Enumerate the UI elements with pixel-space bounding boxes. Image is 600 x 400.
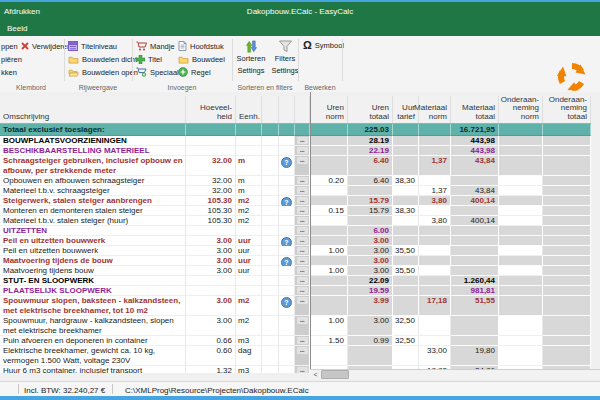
more-options-cell[interactable] [295, 124, 310, 136]
help-icon[interactable]: ? [281, 157, 292, 168]
hoofdstuk-button[interactable]: Hoofdstuk [178, 40, 224, 52]
help-icon[interactable]: ? [281, 257, 292, 266]
delete-x-icon [21, 42, 29, 50]
more-options-cell[interactable]: ... [295, 336, 310, 346]
onderaanneming-totaal-cell [543, 296, 591, 316]
more-options-cell[interactable]: ... [295, 286, 310, 296]
uur-tarief-cell [393, 276, 419, 286]
materiaal-totaal-cell: 443,98 [451, 146, 499, 156]
more-options-cell[interactable]: ... [295, 226, 310, 236]
more-options-cell[interactable]: ... [295, 276, 310, 286]
help-icon[interactable]: ? [281, 197, 292, 206]
pane-split-line[interactable] [310, 92, 311, 373]
table-row[interactable]: Steigerwerk, stalen steiger aanbrengen10… [0, 196, 591, 206]
more-options-cell[interactable]: ... [295, 146, 310, 156]
more-options-cell[interactable]: ... [295, 296, 310, 316]
materiaal-norm-cell [419, 246, 451, 256]
table-row[interactable]: Maatvoering tijdens bouw3.00uur...1.003.… [0, 266, 591, 276]
regel-button[interactable]: Regel [178, 66, 211, 78]
help-cell[interactable]: ? [279, 236, 295, 246]
table-row[interactable]: Maatvoering tijdens de bouw3.00uur?...3.… [0, 256, 591, 266]
kopieren-button[interactable]: piëren [1, 53, 22, 65]
description-cell: Elektrische breekhamer, gewicht ca. 10 k… [0, 346, 186, 366]
unit-cell: m3 [236, 366, 262, 373]
onderaanneming-totaal-cell [543, 146, 591, 156]
table-row[interactable]: Peil en uitzetten bouwwerk3.00uur?...3.0… [0, 236, 591, 246]
help-cell[interactable]: ? [279, 296, 295, 316]
materiaal-norm-cell: 33,00 [419, 346, 451, 366]
table-row[interactable]: Spouwmuur, hardgrauw - kalkzandsteen, sl… [0, 316, 591, 336]
more-options-cell[interactable]: ... [295, 236, 310, 246]
titelniveau-button[interactable]: Titelniveau [68, 40, 117, 52]
more-options-cell[interactable]: ... [295, 206, 310, 216]
table-row[interactable]: Materieel t.b.v. schraagsteiger32.00m...… [0, 186, 591, 196]
table-row[interactable]: PLAATSELIJK SLOOPWERK...19.59981,81 [0, 286, 591, 296]
bouwdelen-open-button[interactable]: Bouwdelen open [68, 66, 138, 78]
materiaal-norm-cell [419, 266, 451, 276]
more-options-cell[interactable]: ... [295, 196, 310, 206]
filters-button[interactable]: Filters Settings [268, 39, 302, 75]
mandje-button[interactable]: Mandje [136, 40, 175, 52]
more-options-cell[interactable]: ... [295, 366, 310, 373]
menu-beeld[interactable]: Beeld [7, 24, 27, 33]
materiaal-totaal-cell [451, 316, 499, 336]
uren-totaal-cell [348, 346, 393, 366]
titel-button[interactable]: Titel [136, 53, 162, 65]
help-icon[interactable]: ? [281, 237, 292, 246]
description-cell: STUT- EN SLOOPWERK [0, 276, 186, 286]
add-circle-icon [178, 67, 188, 77]
table-row[interactable]: STUT- EN SLOOPWERK...22.091.260,44 [0, 276, 591, 286]
uur-tarief-cell: 38,30 [393, 176, 419, 186]
more-options-cell[interactable]: ... [295, 186, 310, 196]
help-cell[interactable]: ? [279, 256, 295, 266]
table-row[interactable]: Totaal exclusief toeslagen:225.0316.721,… [0, 124, 591, 136]
uren-totaal-cell: 3.00 [348, 266, 393, 276]
onderaanneming-norm-cell [499, 156, 543, 176]
table-row[interactable]: Spouwmuur slopen, baksteen - kalkzandste… [0, 296, 591, 316]
table-row[interactable]: Materieel t.b.v. stalen steiger (huur)10… [0, 216, 591, 226]
materiaal-totaal-cell: 443,98 [451, 136, 499, 146]
quantity-cell: 0.60 [186, 346, 236, 366]
bouwdelen-dicht-button[interactable]: Bouwdelen dicht [68, 53, 137, 65]
help-cell[interactable]: ? [279, 156, 295, 176]
plakken-button[interactable]: kken [1, 66, 17, 78]
table-row[interactable]: UITZETTEN...6.00 [0, 226, 591, 236]
uren-totaal-cell [348, 186, 393, 196]
table-row[interactable]: Puin afvoeren en deponeren in container0… [0, 336, 591, 346]
table-row[interactable]: Monteren en demonteren stalen steiger105… [0, 206, 591, 216]
more-options-cell[interactable]: ... [295, 176, 310, 186]
table-row[interactable]: Elektrische breekhamer, gewicht ca. 10 k… [0, 346, 591, 366]
description-cell: Steigerwerk, stalen steiger aanbrengen [0, 196, 186, 206]
description-cell: Materieel t.b.v. schraagsteiger [0, 186, 186, 196]
spacer-cell [262, 366, 279, 373]
group-sorteren-en-filters: Sorteren en filters [233, 84, 297, 91]
more-options-cell[interactable]: ... [295, 136, 310, 146]
more-options-cell[interactable]: ... [295, 346, 310, 366]
scroll-left-arrow-icon[interactable]: < [310, 370, 321, 379]
more-options-cell[interactable]: ... [295, 246, 310, 256]
horizontal-scrollbar[interactable]: < [310, 369, 600, 379]
more-options-cell[interactable]: ... [295, 216, 310, 226]
scrollbar-thumb[interactable] [321, 370, 349, 379]
ellipsis-icon: ... [297, 337, 308, 344]
table-row[interactable]: Opbouwen en afbouwen schraagsteiger32.00… [0, 176, 591, 186]
table-row[interactable]: BOUWPLAATSVOORZIENINGEN...28.19443,98 [0, 136, 591, 146]
more-options-cell[interactable]: ... [295, 316, 310, 336]
ribbon-divider [232, 39, 233, 81]
table-row[interactable]: Peil en uitzetten bouwwerk3.00uur...1.00… [0, 246, 591, 256]
help-icon[interactable]: ? [281, 297, 292, 308]
help-cell [279, 266, 295, 276]
uur-tarief-cell [393, 156, 419, 176]
unit-cell: m [236, 176, 262, 186]
more-options-cell[interactable]: ... [295, 266, 310, 276]
table-row[interactable]: Schraagsteiger gebruiken, inclusief opbo… [0, 156, 591, 176]
help-cell[interactable]: ? [279, 196, 295, 206]
table-row[interactable]: BESCHIKBAARSTELLING MATERIEEL...22.19443… [0, 146, 591, 156]
sorteren-button[interactable]: Sorteren Settings [234, 39, 268, 75]
more-options-cell[interactable]: ... [295, 156, 310, 176]
speciaal-button[interactable]: Speciaal [136, 66, 179, 78]
more-options-cell[interactable]: ... [295, 256, 310, 266]
knippen-button[interactable]: ppen [1, 40, 18, 52]
symbool-button[interactable]: Ω Symbool [303, 39, 344, 51]
bouwdeel-button[interactable]: Bouwdeel [178, 53, 225, 65]
